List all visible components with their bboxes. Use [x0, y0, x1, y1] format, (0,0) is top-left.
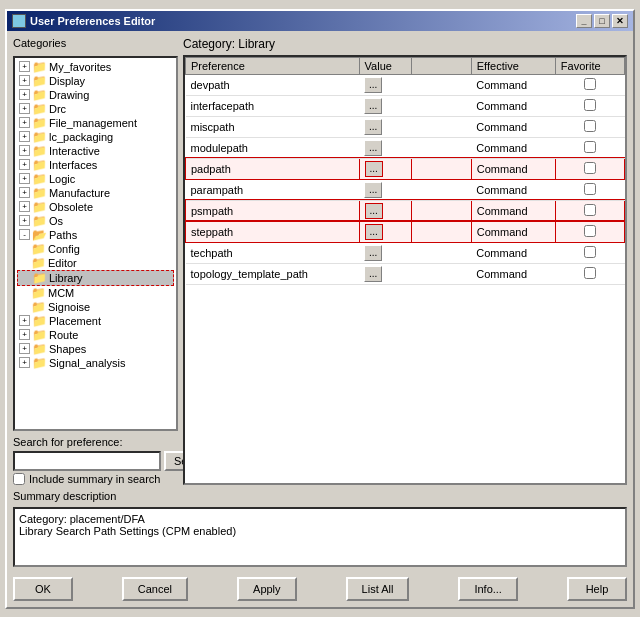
table-row[interactable]: padpath...Command — [186, 158, 625, 179]
value-button[interactable]: ... — [365, 203, 383, 219]
value-button[interactable]: ... — [364, 182, 382, 198]
list-all-button[interactable]: List All — [346, 577, 410, 601]
table-row[interactable]: topology_template_path...Command — [186, 263, 625, 284]
expand-icon[interactable]: + — [19, 215, 30, 226]
expand-icon[interactable]: + — [19, 159, 30, 170]
tree-item-obsolete[interactable]: + 📁 Obsolete — [17, 200, 174, 214]
expand-icon[interactable]: - — [19, 229, 30, 240]
tree-item-manufacture[interactable]: + 📁 Manufacture — [17, 186, 174, 200]
expand-icon[interactable]: + — [19, 61, 30, 72]
tree-item-display[interactable]: + 📁 Display — [17, 74, 174, 88]
table-row[interactable]: parampath...Command — [186, 179, 625, 200]
expand-icon[interactable]: + — [19, 343, 30, 354]
favorite-cell — [555, 137, 624, 158]
table-row[interactable]: techpath...Command — [186, 242, 625, 263]
tree-item-signoise[interactable]: 📁 Signoise — [17, 300, 174, 314]
favorite-cell — [555, 158, 624, 179]
tree-item-shapes[interactable]: + 📁 Shapes — [17, 342, 174, 356]
minimize-button[interactable]: _ — [576, 14, 592, 28]
expand-icon[interactable]: + — [19, 315, 30, 326]
col-preference: Preference — [186, 57, 360, 74]
expand-icon[interactable]: + — [19, 329, 30, 340]
value-button[interactable]: ... — [364, 266, 382, 282]
favorite-checkbox[interactable] — [584, 225, 596, 237]
tree-item-file_management[interactable]: + 📁 File_management — [17, 116, 174, 130]
favorite-checkbox[interactable] — [584, 267, 596, 279]
expand-icon[interactable]: + — [19, 201, 30, 212]
tree-item-route[interactable]: + 📁 Route — [17, 328, 174, 342]
ok-button[interactable]: OK — [13, 577, 73, 601]
table-row[interactable]: interfacepath...Command — [186, 95, 625, 116]
expand-icon[interactable]: + — [19, 103, 30, 114]
info-button[interactable]: Info... — [458, 577, 518, 601]
expand-icon[interactable]: + — [19, 357, 30, 368]
maximize-button[interactable]: □ — [594, 14, 610, 28]
folder-icon: 📁 — [32, 103, 46, 115]
tree-item-interactive[interactable]: + 📁 Interactive — [17, 144, 174, 158]
table-row[interactable]: devpath...Command — [186, 74, 625, 95]
help-button[interactable]: Help — [567, 577, 627, 601]
col-effective: Effective — [471, 57, 555, 74]
tree-item-library[interactable]: 📁 Library — [17, 270, 174, 286]
tree-item-drc[interactable]: + 📁 Drc — [17, 102, 174, 116]
expand-icon[interactable]: + — [19, 89, 30, 100]
col-favorite: Favorite — [555, 57, 624, 74]
effective-value: Command — [471, 179, 555, 200]
table-row[interactable]: steppath...Command — [186, 221, 625, 242]
table-row[interactable]: miscpath...Command — [186, 116, 625, 137]
value-button[interactable]: ... — [364, 98, 382, 114]
tree-item-os[interactable]: + 📁 Os — [17, 214, 174, 228]
tree-label: Shapes — [49, 343, 86, 355]
tree-label: Interfaces — [49, 159, 97, 171]
tree-item-lc_packaging[interactable]: + 📁 lc_packaging — [17, 130, 174, 144]
value-button[interactable]: ... — [364, 140, 382, 156]
folder-icon: 📁 — [32, 187, 46, 199]
value-button[interactable]: ... — [365, 161, 383, 177]
folder-icon: 📁 — [31, 243, 45, 255]
expand-icon[interactable]: + — [19, 145, 30, 156]
cancel-button[interactable]: Cancel — [122, 577, 188, 601]
value-button[interactable]: ... — [364, 77, 382, 93]
expand-icon[interactable]: + — [19, 75, 30, 86]
expand-icon[interactable]: + — [19, 131, 30, 142]
expand-icon[interactable]: + — [19, 173, 30, 184]
tree-item-signal_analysis[interactable]: + 📁 Signal_analysis — [17, 356, 174, 370]
tree-item-interfaces[interactable]: + 📁 Interfaces — [17, 158, 174, 172]
tree-item-my_favorites[interactable]: + 📁 My_favorites — [17, 60, 174, 74]
title-bar-left: User Preferences Editor — [12, 14, 155, 28]
expand-icon[interactable]: + — [19, 187, 30, 198]
tree-item-paths[interactable]: - 📂 Paths — [17, 228, 174, 242]
categories-box[interactable]: + 📁 My_favorites + 📁 Display + 📁 Dr — [13, 56, 178, 431]
tree-item-drawing[interactable]: + 📁 Drawing — [17, 88, 174, 102]
value-button[interactable]: ... — [364, 245, 382, 261]
effective-value: Command — [471, 137, 555, 158]
preferences-table-container[interactable]: Preference Value Effective Favorite devp… — [183, 55, 627, 485]
favorite-checkbox[interactable] — [584, 141, 596, 153]
tree-item-editor[interactable]: 📁 Editor — [17, 256, 174, 270]
favorite-cell — [555, 95, 624, 116]
folder-icon: 📁 — [32, 117, 46, 129]
apply-button[interactable]: Apply — [237, 577, 297, 601]
table-row[interactable]: psmpath...Command — [186, 200, 625, 221]
favorite-checkbox[interactable] — [584, 183, 596, 195]
tree-item-logic[interactable]: + 📁 Logic — [17, 172, 174, 186]
pref-name: interfacepath — [186, 95, 360, 116]
spacer-cell — [411, 221, 471, 242]
expand-icon[interactable]: + — [19, 117, 30, 128]
include-summary-checkbox[interactable] — [13, 473, 25, 485]
favorite-checkbox[interactable] — [584, 246, 596, 258]
favorite-checkbox[interactable] — [584, 120, 596, 132]
value-button[interactable]: ... — [364, 119, 382, 135]
favorite-checkbox[interactable] — [584, 78, 596, 90]
close-button[interactable]: ✕ — [612, 14, 628, 28]
value-button[interactable]: ... — [365, 224, 383, 240]
favorite-checkbox[interactable] — [584, 204, 596, 216]
tree-item-mcm[interactable]: 📁 MCM — [17, 286, 174, 300]
tree-item-config[interactable]: 📁 Config — [17, 242, 174, 256]
favorite-checkbox[interactable] — [584, 162, 596, 174]
favorite-checkbox[interactable] — [584, 99, 596, 111]
search-input[interactable] — [13, 451, 161, 471]
effective-value: Command — [471, 95, 555, 116]
table-row[interactable]: modulepath...Command — [186, 137, 625, 158]
tree-item-placement[interactable]: + 📁 Placement — [17, 314, 174, 328]
